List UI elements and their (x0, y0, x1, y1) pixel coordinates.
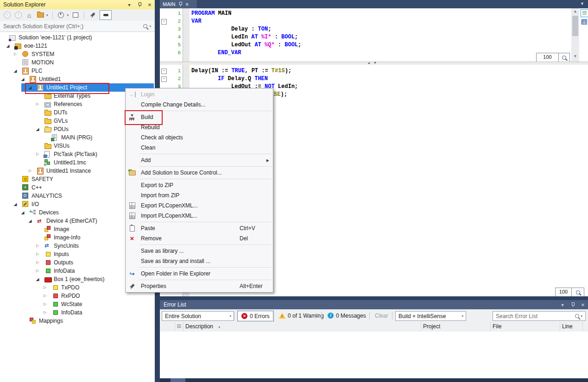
tree-collapse-icon[interactable]: ◢ (35, 125, 40, 133)
splitter-down-icon[interactable]: ▼ (373, 61, 377, 64)
pin-icon[interactable] (178, 1, 183, 7)
column-line[interactable]: Line (560, 322, 583, 332)
scroll-down-icon[interactable]: ▼ (571, 53, 579, 60)
column-project[interactable]: Project (421, 322, 491, 332)
messages-filter-button[interactable]: i 0 Messages (324, 311, 370, 320)
column-description[interactable]: Description ▾ (183, 322, 421, 332)
clear-button[interactable]: Clear (372, 311, 391, 320)
zoom-magnifier-icon[interactable] (558, 53, 570, 62)
close-icon[interactable]: ✕ (580, 301, 586, 308)
splitter-up-icon[interactable]: ▲ (367, 61, 371, 64)
chevron-down-icon[interactable]: ▾ (581, 314, 582, 318)
code-line-3[interactable]: 3Delay : TON; (160, 25, 588, 33)
tree-collapse-icon[interactable]: ◢ (13, 67, 18, 75)
code-line-1[interactable]: 1PROGRAM MAIN (160, 10, 588, 18)
code-line-5[interactable]: 5LedOut AT %Q* : BOOL; (160, 41, 588, 49)
tree-collapse-icon[interactable]: ◢ (27, 83, 33, 92)
tab-list-dropdown-icon[interactable]: ▼ (580, 1, 584, 6)
menu-item-compile-change-details[interactable]: Compile Change Details... (126, 100, 273, 110)
fold-collapse-icon[interactable]: − (161, 19, 167, 25)
code-line-4[interactable]: 4LedIn AT %I* : BOOL; (160, 33, 588, 41)
menu-item-remove[interactable]: ×RemoveDel (126, 233, 273, 244)
menu-item-save-as-library-and-install[interactable]: Save as library and install ... (126, 256, 273, 266)
tree-expand-icon[interactable]: ▷ (27, 167, 33, 175)
tree-expand-icon[interactable]: ▷ (35, 258, 40, 267)
menu-item-import-plcopenxml[interactable]: Import PLCopenXML... (126, 211, 273, 221)
text-view-button[interactable] (581, 9, 588, 17)
menu-item-add-solution-to-source-control[interactable]: +Add Solution to Source Control... (126, 168, 273, 178)
cpp-icon: + (22, 184, 29, 191)
code-line-1[interactable]: −1Delay(IN := TRUE, PT := T#1S); (160, 67, 588, 75)
tree-collapse-icon[interactable]: ◢ (5, 42, 11, 50)
declaration-editor[interactable]: 1PROGRAM MAIN−2VAR3Delay : TON;4LedIn AT… (160, 8, 588, 62)
tree-item-mappings[interactable]: Mappings (0, 317, 155, 325)
tree-item-motion[interactable]: MOTION (0, 58, 155, 67)
scrollbar-vertical[interactable]: ▲ ▼ (571, 8, 579, 62)
zoom-magnifier-icon[interactable] (571, 288, 584, 296)
panel-splitter-horizontal[interactable] (160, 296, 588, 300)
fold-collapse-icon[interactable]: − (161, 69, 167, 74)
menu-item-rebuild[interactable]: Rebuild (126, 122, 273, 132)
tree-expand-icon[interactable]: ▷ (35, 100, 40, 108)
tree-expand-icon[interactable]: ▷ (42, 292, 48, 300)
menu-item-export-plcopenxml[interactable]: Export PLCopenXML... (126, 200, 273, 211)
tree-item-untitled1[interactable]: ◢Untitled1 (0, 75, 155, 83)
menu-item-check-all-objects[interactable]: Check all objects (126, 132, 273, 143)
tree-item-plc[interactable]: ◢PLC (0, 67, 155, 75)
tree-expand-icon[interactable]: ▷ (42, 308, 48, 317)
chevron-down-icon[interactable]: ▾ (218, 326, 220, 329)
menu-item-paste[interactable]: PasteCtrl+V (126, 223, 273, 233)
column-blank[interactable] (160, 322, 175, 332)
errors-filter-button[interactable]: ✕ 0 Errors (237, 311, 274, 321)
menu-item-add[interactable]: Add▶ (126, 155, 273, 165)
table-view-button[interactable] (581, 19, 588, 25)
close-icon[interactable]: ✕ (185, 2, 189, 7)
tree-collapse-icon[interactable]: ◢ (20, 208, 25, 217)
code-line-2[interactable]: −2VAR (160, 18, 588, 25)
tree-collapse-icon[interactable]: ◢ (20, 75, 25, 83)
scrollbar-horizontal[interactable] (160, 378, 588, 382)
code-line-6[interactable]: 6END_VAR (160, 49, 588, 57)
tree-expand-icon[interactable]: ▷ (35, 267, 40, 275)
menu-item-open-folder-in-file-explorer[interactable]: ↪Open Folder in File Explorer (126, 269, 273, 279)
fold-collapse-icon[interactable]: − (161, 76, 167, 82)
scrollbar-thumb[interactable] (171, 378, 185, 382)
warnings-filter-button[interactable]: 0 of 1 Warning (275, 311, 328, 320)
search-icon[interactable] (575, 314, 579, 318)
tree-item-eoe-1121[interactable]: ◢eoe-1121 (0, 42, 155, 50)
tree-expand-icon[interactable]: ▷ (13, 50, 18, 58)
editor-zoom-level[interactable]: 100 (536, 53, 559, 62)
tree-item-system[interactable]: ▷SYSTEM (0, 50, 155, 58)
tree-collapse-icon[interactable]: ◢ (27, 217, 33, 225)
tree-expand-icon[interactable]: ▷ (35, 150, 40, 158)
column-file[interactable]: File (490, 322, 560, 332)
tree-expand-icon[interactable]: ▷ (42, 283, 48, 292)
scope-filter-dropdown[interactable]: Entire Solution▾ (162, 311, 234, 321)
tree-item-solution-eoe-1121-1-project[interactable]: Solution 'eoe-1121' (1 project) (0, 33, 155, 42)
tab-main[interactable]: MAIN ✕ (160, 0, 197, 8)
pin-icon[interactable] (569, 301, 576, 308)
source-filter-dropdown[interactable]: Build + IntelliSense▾ (395, 311, 466, 321)
tree-expand-icon[interactable]: ▷ (42, 300, 48, 308)
code-line-2[interactable]: −2IF Delay.Q THEN (160, 75, 588, 83)
scroll-up-icon[interactable]: ▲ (571, 8, 579, 15)
search-input[interactable] (493, 313, 575, 320)
tree-item-infodata[interactable]: ▷InfoData (0, 308, 155, 317)
menu-item-export-to-zip[interactable]: Export to ZIP (126, 180, 273, 190)
tree-expand-icon[interactable]: ▷ (35, 250, 40, 258)
column-severity-icon[interactable] (175, 322, 183, 332)
tree-item-wcstate[interactable]: ▷WcState (0, 300, 155, 308)
editor-zoom-level[interactable]: 100 (555, 288, 572, 296)
menu-item-import-from-zip[interactable]: Import from ZIP (126, 190, 273, 200)
tree-item-rxpdo[interactable]: ▷RxPDO (0, 292, 155, 300)
tree-collapse-icon[interactable]: ◢ (35, 275, 40, 283)
menu-item-clean[interactable]: Clean (126, 143, 273, 153)
menu-item-properties[interactable]: PropertiesAlt+Enter (126, 281, 273, 291)
tree-expand-icon[interactable]: ▷ (35, 242, 40, 250)
menu-item-save-as-library[interactable]: Save as library ... (126, 246, 273, 256)
scrollbar-thumb[interactable] (572, 16, 578, 36)
error-list-body[interactable] (160, 332, 588, 378)
menu-item-build[interactable]: Build (126, 112, 273, 122)
window-position-icon[interactable]: ▾ (559, 301, 566, 308)
tree-collapse-icon[interactable]: ◢ (13, 200, 18, 208)
